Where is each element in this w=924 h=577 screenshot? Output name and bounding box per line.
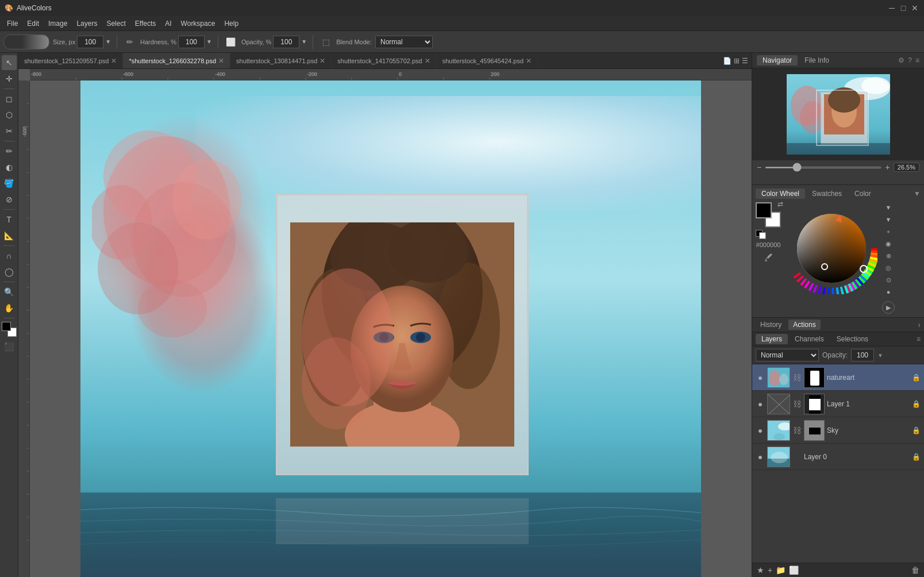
tab-navigator[interactable]: Navigator [757, 55, 798, 66]
tool-select[interactable]: ↖ [2, 55, 17, 70]
add-layer-folder-button[interactable]: 📁 [776, 566, 786, 575]
tool-path[interactable]: ∩ [2, 248, 17, 263]
color-play-btn[interactable]: ▶ [882, 301, 895, 314]
tab-1[interactable]: shutterstock_1251209557.psd ✕ [18, 53, 123, 69]
layer-lock-sky[interactable]: 🔒 [912, 426, 921, 434]
tool-hand[interactable]: ✋ [2, 301, 17, 316]
menu-help[interactable]: Help [220, 18, 243, 29]
add-layer-star-button[interactable]: ★ [757, 566, 764, 575]
color-tool-5[interactable]: ● [883, 287, 894, 297]
layer-link-sky[interactable]: ⛓ [792, 426, 802, 435]
layer-opacity-input[interactable] [851, 349, 874, 361]
tab-selections[interactable]: Selections [831, 334, 874, 344]
nav-menu-icon[interactable]: ≡ [915, 56, 919, 64]
tool-zoom[interactable]: 🔍 [2, 284, 17, 299]
layer-visibility-sky[interactable]: ● [756, 426, 765, 435]
menu-workspace[interactable]: Workspace [176, 18, 220, 29]
tab-fileinfo[interactable]: File Info [799, 55, 835, 66]
tab-4-close[interactable]: ✕ [425, 57, 430, 65]
tab-2[interactable]: *shutterstock_1266032278.psd ✕ [123, 53, 230, 69]
layer-opacity-dropdown[interactable]: ▼ [877, 352, 883, 359]
tab-list-icon[interactable]: ☰ [742, 57, 748, 65]
menu-layers[interactable]: Layers [72, 18, 102, 29]
layer-lock-layer0[interactable]: 🔒 [912, 453, 921, 461]
minimize-button[interactable]: ─ [887, 3, 896, 13]
close-button[interactable]: ✕ [910, 3, 919, 13]
tool-sample[interactable]: ⬛ [2, 339, 17, 354]
color-hex-value[interactable]: #000000 [756, 241, 781, 248]
tab-5-close[interactable]: ✕ [526, 57, 532, 65]
fg-color-swatch[interactable] [2, 322, 11, 331]
tool-eraser[interactable]: ⊘ [2, 192, 17, 207]
color-tool-2[interactable]: ⊕ [883, 251, 894, 261]
tab-1-close[interactable]: ✕ [111, 57, 117, 65]
tab-color[interactable]: Color [849, 189, 877, 199]
zoom-value[interactable]: 26.5% [894, 163, 919, 172]
layer-row-natureart[interactable]: ● ⛓ natur [752, 364, 924, 391]
layer-link-layer1[interactable]: ⛓ [792, 399, 802, 409]
menu-select[interactable]: Select [102, 18, 130, 29]
tool-shape[interactable]: ◯ [2, 264, 17, 279]
color-options-down[interactable]: ▼ [883, 202, 894, 213]
tab-4[interactable]: shutterstock_1417055702.psd ✕ [332, 53, 436, 69]
zoom-slider[interactable] [765, 167, 881, 168]
size-input[interactable] [77, 36, 103, 48]
menu-image[interactable]: Image [44, 18, 72, 29]
menu-effects[interactable]: Effects [130, 18, 160, 29]
tool-move[interactable]: ✛ [2, 71, 17, 86]
layer-visibility-natureart[interactable]: ● [756, 373, 765, 382]
tool-crop[interactable]: ✂ [2, 124, 17, 139]
layer-visibility-layer0[interactable]: ● [756, 452, 765, 461]
opacity-input[interactable] [273, 36, 299, 48]
fg-bg-color-picker[interactable] [2, 322, 17, 337]
layer-row-layer0[interactable]: ● ⛓ Layer 0 🔒 [752, 444, 924, 470]
tab-3-close[interactable]: ✕ [319, 57, 325, 65]
color-wheel[interactable] [786, 202, 877, 294]
layer-visibility-layer1[interactable]: ● [756, 399, 765, 409]
eyedropper-button[interactable] [764, 253, 773, 264]
opacity-dropdown-arrow[interactable]: ▼ [301, 39, 307, 45]
tab-5[interactable]: shutterstock_459645424.psd ✕ [437, 53, 538, 69]
tool-clone[interactable]: ◐ [2, 160, 17, 175]
layer-lock-natureart[interactable]: 🔒 [912, 374, 921, 382]
menu-edit[interactable]: Edit [22, 18, 44, 29]
tab-3[interactable]: shutterstock_130814471.psd ✕ [230, 53, 332, 69]
tool-fill[interactable]: 🪣 [2, 176, 17, 191]
maximize-button[interactable]: □ [899, 3, 908, 13]
tool-rect-select[interactable]: ◻ [2, 91, 17, 106]
blend-mode-select[interactable]: Normal Dissolve Multiply Screen Overlay [375, 36, 433, 48]
layer-row-sky[interactable]: ● ⛓ Sky [752, 417, 924, 444]
color-tool-3[interactable]: ◎ [883, 263, 894, 273]
tab-grid-icon[interactable]: ⊞ [734, 57, 740, 65]
color-tool-4[interactable]: ⊙ [883, 275, 894, 285]
tab-channels[interactable]: Channels [789, 334, 830, 344]
color-tool-1[interactable]: ◉ [883, 239, 894, 249]
tool-brush[interactable]: ✏ [2, 144, 17, 159]
layers-menu-icon[interactable]: ≡ [917, 335, 921, 343]
panel-expand-icon[interactable]: › [918, 320, 921, 329]
fg-color-box[interactable] [756, 202, 772, 218]
layer-lock-layer1[interactable]: 🔒 [912, 400, 921, 408]
tool-text[interactable]: T [2, 212, 17, 227]
tab-swatches[interactable]: Swatches [806, 189, 848, 199]
tab-layers[interactable]: Layers [756, 334, 788, 344]
color-swap-button[interactable]: ⇄ [777, 200, 783, 208]
tool-ruler[interactable]: 📐 [2, 228, 17, 243]
hardness-dropdown-arrow[interactable]: ▼ [206, 39, 212, 45]
size-dropdown-arrow[interactable]: ▼ [105, 39, 111, 45]
color-panel-expand[interactable]: ▼ [914, 190, 921, 198]
color-options-down2[interactable]: ▼ [883, 214, 894, 225]
layer-blend-mode-select[interactable]: Normal Multiply Screen [756, 349, 819, 361]
nav-settings-icon[interactable]: ⚙ [898, 56, 904, 64]
layer-link-natureart[interactable]: ⛓ [792, 373, 802, 382]
brush-type-icon[interactable]: ✏ [123, 35, 137, 49]
zoom-in-icon[interactable]: + [886, 163, 890, 172]
hardness-input[interactable] [178, 36, 205, 48]
tool-lasso[interactable]: ⬡ [2, 107, 17, 122]
tab-2-close[interactable]: ✕ [218, 57, 224, 65]
zoom-out-icon[interactable]: − [757, 163, 761, 172]
tab-actions[interactable]: Actions [788, 320, 820, 330]
delete-layer-button[interactable]: 🗑 [911, 566, 919, 575]
color-add-swatch[interactable]: + [883, 226, 894, 237]
nav-help-icon[interactable]: ? [908, 56, 912, 64]
